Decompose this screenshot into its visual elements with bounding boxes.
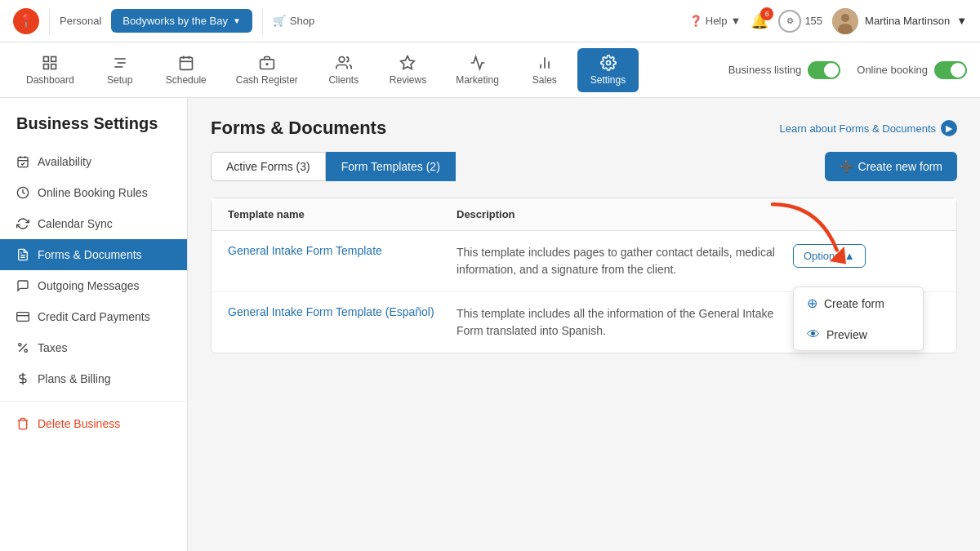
chevron-up-icon: ▲ bbox=[844, 250, 855, 262]
personal-label: Personal bbox=[60, 15, 101, 27]
nav-item-cash-register[interactable]: Cash Register bbox=[223, 48, 311, 92]
business-listing-toggle-group: Business listing bbox=[728, 61, 841, 79]
nav-item-sales[interactable]: Sales bbox=[515, 48, 574, 92]
add-circle-icon: ⊕ bbox=[807, 295, 817, 311]
sidebar: Business Settings Availability Online Bo… bbox=[0, 98, 188, 551]
sidebar-label-taxes: Taxes bbox=[38, 341, 68, 354]
svg-point-34 bbox=[24, 349, 27, 352]
svg-point-1 bbox=[841, 14, 849, 22]
options-button-1[interactable]: Options ▲ bbox=[793, 244, 866, 268]
options-dropdown: ⊕ Create form 👁 Preview bbox=[793, 287, 924, 351]
col-actions bbox=[793, 208, 940, 220]
svg-rect-4 bbox=[51, 56, 56, 61]
sidebar-item-online-booking-rules[interactable]: Online Booking Rules bbox=[0, 177, 187, 208]
help-button[interactable]: ❓ Help ▼ bbox=[689, 15, 742, 27]
trash-icon bbox=[16, 417, 29, 430]
svg-point-17 bbox=[339, 56, 345, 62]
sidebar-label-online-booking: Online Booking Rules bbox=[38, 186, 148, 199]
svg-point-33 bbox=[19, 344, 21, 346]
calendar-check-icon bbox=[16, 155, 29, 168]
sidebar-item-credit-card-payments[interactable]: Credit Card Payments bbox=[0, 301, 187, 332]
sidebar-item-plans-billing[interactable]: Plans & Billing bbox=[0, 363, 187, 394]
nav-divider bbox=[49, 8, 50, 34]
nav-label-settings: Settings bbox=[590, 74, 626, 86]
nav-item-settings[interactable]: Settings bbox=[577, 48, 639, 92]
dropdown-item-preview[interactable]: 👁 Preview bbox=[794, 319, 923, 350]
svg-rect-5 bbox=[44, 64, 49, 69]
form-templates-table: Template name Description General Intake… bbox=[211, 198, 957, 353]
sidebar-label-plans-billing: Plans & Billing bbox=[38, 372, 111, 385]
nav-toggles: Business listing Online booking bbox=[728, 61, 967, 79]
points-count: 155 bbox=[804, 15, 822, 27]
content-header: Forms & Documents Learn about Forms & Do… bbox=[211, 118, 957, 139]
sidebar-label-forms-documents: Forms & Documents bbox=[38, 248, 142, 261]
business-name: Bodyworks by the Bay bbox=[122, 15, 228, 27]
sidebar-item-delete-business[interactable]: Delete Business bbox=[0, 408, 187, 439]
nav-label-marketing: Marketing bbox=[456, 74, 499, 86]
chevron-down-icon: ▼ bbox=[233, 16, 241, 25]
sidebar-item-taxes[interactable]: Taxes bbox=[0, 332, 187, 363]
percent-icon bbox=[16, 341, 29, 354]
sidebar-label-availability: Availability bbox=[38, 155, 91, 168]
nav-item-dashboard[interactable]: Dashboard bbox=[13, 48, 87, 92]
nav-item-reviews[interactable]: Reviews bbox=[376, 48, 439, 92]
svg-marker-18 bbox=[401, 56, 415, 69]
nav-items: Dashboard Setup Schedule Cash Register C… bbox=[13, 48, 728, 92]
nav-label-cash-register: Cash Register bbox=[236, 74, 298, 86]
svg-rect-23 bbox=[18, 158, 28, 167]
points-button[interactable]: ⚙ 155 bbox=[778, 10, 822, 33]
secondary-nav: Dashboard Setup Schedule Cash Register C… bbox=[0, 42, 980, 98]
shop-link[interactable]: 🛒 Shop bbox=[273, 15, 314, 27]
business-listing-toggle[interactable] bbox=[808, 61, 840, 79]
nav-item-marketing[interactable]: Marketing bbox=[443, 48, 512, 92]
sidebar-label-calendar-sync: Calendar Sync bbox=[38, 217, 113, 230]
app-logo[interactable]: 📍 bbox=[13, 8, 39, 34]
form-template-link-2[interactable]: General Intake Form Template (Español) bbox=[228, 305, 457, 318]
svg-rect-6 bbox=[51, 64, 56, 69]
notifications-button[interactable]: 🔔 6 bbox=[751, 12, 768, 30]
nav-item-setup[interactable]: Setup bbox=[91, 48, 149, 92]
main-layout: Business Settings Availability Online Bo… bbox=[0, 98, 980, 551]
sidebar-label-credit-card: Credit Card Payments bbox=[38, 310, 150, 323]
form-template-desc-2: This template includes all the informati… bbox=[457, 305, 793, 340]
business-selector-button[interactable]: Bodyworks by the Bay ▼ bbox=[111, 9, 252, 33]
top-nav: 📍 Personal Bodyworks by the Bay ▼ 🛒 Shop… bbox=[0, 0, 980, 42]
sidebar-item-outgoing-messages[interactable]: Outgoing Messages bbox=[0, 270, 187, 301]
file-text-icon bbox=[16, 248, 29, 261]
online-booking-toggle[interactable] bbox=[934, 61, 967, 79]
dropdown-label-preview: Preview bbox=[826, 328, 867, 341]
cart-icon: 🛒 bbox=[273, 15, 286, 27]
tab-active-forms[interactable]: Active Forms (3) bbox=[211, 152, 326, 181]
sidebar-item-availability[interactable]: Availability bbox=[0, 146, 187, 177]
nav-item-schedule[interactable]: Schedule bbox=[153, 48, 220, 92]
credit-card-icon bbox=[16, 310, 29, 323]
table-row: General Intake Form Template This templa… bbox=[212, 231, 956, 292]
tab-row: Active Forms (3) Form Templates (2) ➕ Cr… bbox=[211, 152, 957, 181]
nav-item-clients[interactable]: Clients bbox=[314, 48, 373, 92]
dropdown-item-create-form[interactable]: ⊕ Create form bbox=[794, 287, 923, 319]
plus-icon: ➕ bbox=[840, 160, 853, 173]
main-content: Forms & Documents Learn about Forms & Do… bbox=[188, 98, 980, 551]
shop-label: Shop bbox=[290, 15, 314, 27]
options-label: Options bbox=[804, 250, 840, 262]
col-template-name: Template name bbox=[228, 208, 457, 220]
sidebar-title: Business Settings bbox=[0, 114, 187, 146]
form-template-link-1[interactable]: General Intake Form Template bbox=[228, 244, 457, 257]
nav-label-setup: Setup bbox=[107, 74, 132, 86]
sidebar-item-forms-documents[interactable]: Forms & Documents bbox=[0, 239, 187, 270]
nav-label-dashboard: Dashboard bbox=[26, 74, 74, 86]
user-avatar bbox=[832, 8, 858, 34]
nav-divider-2 bbox=[262, 8, 263, 34]
refresh-icon bbox=[16, 217, 29, 230]
col-description: Description bbox=[457, 208, 793, 220]
create-new-form-button[interactable]: ➕ Create new form bbox=[825, 152, 957, 181]
svg-point-22 bbox=[606, 60, 610, 64]
tab-form-templates[interactable]: Form Templates (2) bbox=[326, 152, 456, 181]
learn-link[interactable]: Learn about Forms & Documents ▶ bbox=[780, 120, 957, 136]
sidebar-label-delete-business: Delete Business bbox=[38, 417, 120, 430]
business-listing-label: Business listing bbox=[728, 64, 802, 76]
user-menu-button[interactable]: Martina Martinson ▼ bbox=[832, 8, 967, 34]
eye-icon: 👁 bbox=[807, 327, 820, 342]
sidebar-item-calendar-sync[interactable]: Calendar Sync bbox=[0, 208, 187, 239]
table-header: Template name Description bbox=[212, 198, 956, 231]
